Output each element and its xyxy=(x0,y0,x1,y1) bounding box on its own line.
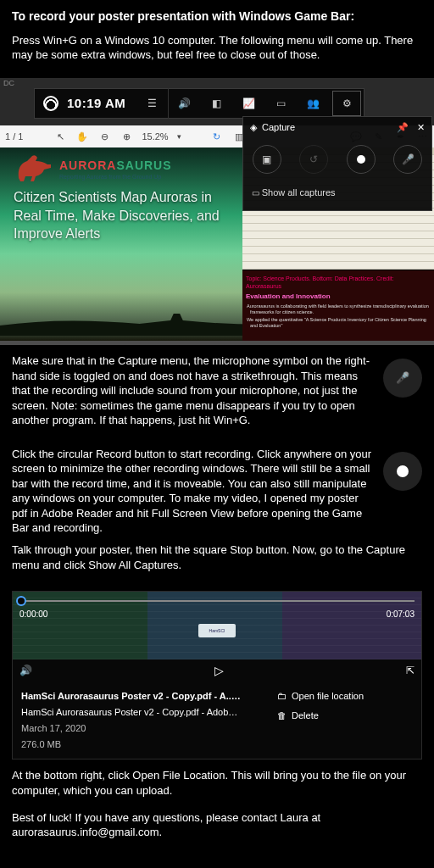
record-button[interactable] xyxy=(347,145,376,174)
open-file-location[interactable]: 🗀 Open file location xyxy=(277,690,413,703)
trash-icon: 🗑 xyxy=(277,709,289,722)
brand-sub: Reporting Auroras from the Ground Up xyxy=(59,173,172,181)
export-icon[interactable]: ⇱ xyxy=(406,664,415,677)
delete-file[interactable]: 🗑 Delete xyxy=(277,709,413,722)
brand-part-b: SAURUS xyxy=(116,159,171,172)
closing-line-1: Best of luck! If you have any questions,… xyxy=(12,810,422,826)
screenshot-gamebar: DC 10:19 AM ☰ 🔊 ◧ 📈 ▭ 👥 ⚙ 1 / 1 ↖ ✋ ⊖ ⊕ … xyxy=(0,78,434,345)
file-name-2: HamSci Aurorasaurus Poster v2 - Copy.pdf… xyxy=(21,706,242,719)
screenshot-playback: 0:00:00 0:07:03 HamSCI 🔊 ▷ ⇱ HamSci Auro… xyxy=(12,591,422,760)
file-name-1: HamSci Aurorasaurus Poster v2 - Copy.pdf… xyxy=(21,691,241,701)
progress-bar[interactable] xyxy=(19,600,415,602)
brand-part-a: AURORA xyxy=(59,159,116,172)
record-paragraph: Click the circular Record button to star… xyxy=(12,447,375,536)
folder-icon: 🗀 xyxy=(277,690,289,703)
side-top-header: Topic: Science Products. Bottom: Data Pr… xyxy=(246,275,431,291)
hand-icon[interactable]: ✋ xyxy=(75,131,89,143)
xbox-social-icon[interactable]: 👥 xyxy=(297,88,329,119)
time-start: 0:00:00 xyxy=(19,609,47,620)
poster-title: Citizen Scientists Map Auroras in Real T… xyxy=(14,188,234,243)
side-bullet: Aurorasaurus is collaborating with field… xyxy=(250,303,431,316)
file-date: March 17, 2020 xyxy=(21,722,277,735)
zoom-value[interactable]: 15.2% xyxy=(142,131,168,143)
pointer-icon[interactable]: ↖ xyxy=(53,131,67,143)
time-end: 0:07:03 xyxy=(387,609,415,620)
overlay-icon[interactable]: ▭ xyxy=(264,88,297,119)
pin-icon[interactable]: 📌 xyxy=(397,121,409,134)
shield-icon: ◈ xyxy=(250,121,257,134)
stop-paragraph: Talk through your poster, then hit the s… xyxy=(12,542,422,572)
xbox-icon[interactable] xyxy=(43,96,58,111)
capture-widget-icon[interactable]: ◧ xyxy=(200,88,232,119)
audio-icon[interactable]: 🔊 xyxy=(168,88,200,119)
settings-icon[interactable]: ⚙ xyxy=(332,91,361,116)
closing-email: aurorasaurus.info@gmail.com. xyxy=(12,825,422,840)
open-file-label: Open file location xyxy=(292,691,364,701)
zoom-in-icon[interactable]: ⊕ xyxy=(120,131,133,143)
rotate-icon[interactable]: ↻ xyxy=(210,131,224,143)
dino-logo-icon xyxy=(14,153,56,183)
record-last-button: ↺ xyxy=(299,145,328,174)
side-eval-heading: Evaluation and Innovation xyxy=(246,292,431,302)
file-size: 276.0 MB xyxy=(21,738,277,751)
gamebar-clock: 10:19 AM xyxy=(67,95,125,112)
close-icon[interactable]: ✕ xyxy=(417,121,425,134)
side-bullet: We applied the quantitative "A Science P… xyxy=(250,317,431,330)
page-indicator: 1 / 1 xyxy=(5,131,23,143)
page-title: To record your poster presentation with … xyxy=(12,8,422,25)
capture-panel: ◈ Capture 📌 ✕ ▣ ↺ 🎤 Show all captures xyxy=(242,116,432,211)
poster-logo: AURORASAURUS Reporting Auroras from the … xyxy=(59,158,172,181)
record-callout-icon xyxy=(383,452,422,491)
play-icon[interactable]: ▷ xyxy=(32,663,406,679)
capture-title: Capture xyxy=(262,121,295,134)
mic-callout-icon: 🎤 xyxy=(383,359,422,398)
performance-icon[interactable]: 📈 xyxy=(232,88,264,119)
screenshot-button[interactable]: ▣ xyxy=(253,145,281,174)
bottom-paragraph: At the bottom right, click Open File Loc… xyxy=(12,768,422,798)
mic-paragraph: Make sure that in the Capture menu, the … xyxy=(12,353,375,428)
progress-knob[interactable] xyxy=(16,596,26,606)
intro-text: Press Win+G on a Windows 10 computer. Th… xyxy=(12,33,422,63)
show-all-captures[interactable]: Show all captures xyxy=(243,181,431,204)
delete-label: Delete xyxy=(292,710,319,721)
volume-icon[interactable]: 🔊 xyxy=(19,664,32,677)
gamebar-window: 10:19 AM ☰ 🔊 ◧ 📈 ▭ 👥 ⚙ xyxy=(34,88,364,119)
thumb-logo: HamSCI xyxy=(198,624,236,637)
mic-button[interactable]: 🎤 xyxy=(393,145,422,174)
zoom-out-icon[interactable]: ⊖ xyxy=(97,131,111,143)
widgets-icon[interactable]: ☰ xyxy=(136,88,168,119)
adobe-dc-label: DC xyxy=(3,78,14,88)
video-thumbnail[interactable]: 0:00:00 0:07:03 HamSCI xyxy=(13,592,421,659)
